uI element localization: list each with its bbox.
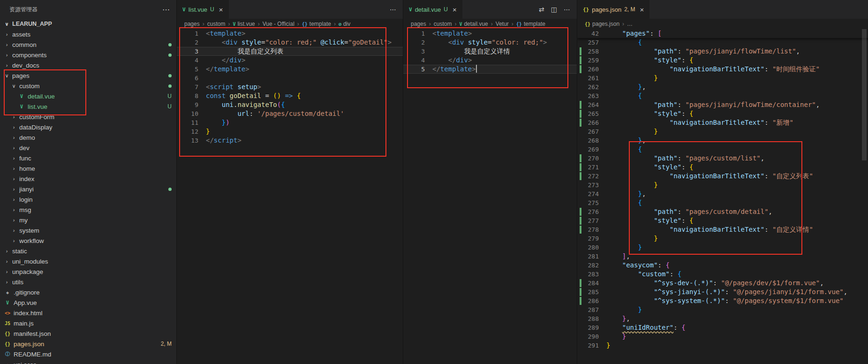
line-number: 13 bbox=[177, 136, 206, 145]
tab-detail-vue[interactable]: Vdetail.vueU× bbox=[403, 0, 462, 19]
tree-folder-login[interactable]: ›login bbox=[0, 194, 176, 205]
tree-root-folder[interactable]: ∨ LEARUN_APP bbox=[0, 19, 176, 29]
git-added-gutter-bar bbox=[580, 208, 581, 216]
tree-folder-customform[interactable]: ›customForm bbox=[0, 112, 176, 122]
tree-file-pages-json[interactable]: {}pages.json2, M bbox=[0, 339, 176, 349]
tab-label: pages.json bbox=[592, 6, 621, 13]
tree-folder-utils[interactable]: ›utils bbox=[0, 277, 176, 287]
tree-folder-custom[interactable]: ∨custom bbox=[0, 81, 176, 91]
breadcrumb-item-list-vue[interactable]: Vlist.vue bbox=[233, 21, 255, 27]
tree-file-readme-md[interactable]: ⓘREADME.md bbox=[0, 349, 176, 359]
breadcrumb-item-vetur[interactable]: Vetur bbox=[496, 21, 509, 27]
code-line-278: 278 "navigationBarTitleText": "自定义详情" bbox=[577, 225, 868, 234]
git-changes-dot bbox=[168, 84, 172, 88]
tree-folder-assets[interactable]: ›assets bbox=[0, 29, 176, 39]
tree-item-label: my bbox=[19, 217, 172, 224]
close-icon[interactable]: × bbox=[219, 6, 223, 13]
tree-folder-uni-modules[interactable]: ›uni_modules bbox=[0, 256, 176, 266]
breadcrumb-label: Vetur bbox=[496, 21, 509, 27]
close-icon[interactable]: × bbox=[453, 6, 457, 13]
breadcrumb-label: div bbox=[343, 21, 350, 27]
tree-file-gitignore[interactable]: ◆.gitignore bbox=[0, 287, 176, 297]
tab-pages-json[interactable]: {}pages.json2, M× bbox=[577, 0, 649, 19]
breadcrumb-separator: › bbox=[258, 21, 260, 27]
tree-item-label: jianyi bbox=[19, 186, 166, 193]
tree-folder-my[interactable]: ›my bbox=[0, 215, 176, 225]
tree-folder-pages[interactable]: ∨pages bbox=[0, 70, 176, 81]
tree-folder-jianyi[interactable]: ›jianyi bbox=[0, 184, 176, 194]
vue-icon: V bbox=[459, 22, 462, 27]
tree-folder-system[interactable]: ›system bbox=[0, 225, 176, 235]
tree-file-list-vue[interactable]: Vlist.vueU bbox=[0, 101, 176, 112]
chevron-right-icon: › bbox=[11, 186, 17, 192]
tree-file-main-js[interactable]: JSmain.js bbox=[0, 318, 176, 328]
tree-file-uni-scss[interactable]: ◈uni.scss bbox=[0, 359, 176, 364]
breadcrumb-item-template[interactable]: {}template bbox=[516, 21, 545, 27]
tree-folder-workflow[interactable]: ›workflow bbox=[0, 235, 176, 246]
tree-folder-demo[interactable]: ›demo bbox=[0, 132, 176, 143]
breadcrumb-item-pages[interactable]: pages bbox=[184, 21, 200, 27]
line-number: 263 bbox=[577, 91, 606, 100]
code-line-277: 277 "style": { bbox=[577, 216, 868, 225]
breadcrumb-item-custom[interactable]: custom bbox=[434, 21, 452, 27]
tree-folder-dev[interactable]: ›dev bbox=[0, 143, 176, 153]
code-line-286: 286 "^sys-system-(.*)": "@/pages/system/… bbox=[577, 296, 868, 305]
breadcrumb-item-template[interactable]: {}template bbox=[302, 21, 331, 27]
close-icon[interactable]: × bbox=[640, 6, 644, 13]
code-editor[interactable]: 1<template>2 <div style="color: red;" @c… bbox=[177, 29, 403, 364]
tree-folder-static[interactable]: ›static bbox=[0, 246, 176, 256]
code-line-276: 276 "path": "pages/custom/detail", bbox=[577, 207, 868, 216]
line-number: 4 bbox=[403, 56, 432, 65]
git-added-gutter-bar bbox=[580, 297, 581, 305]
tree-file-detail-vue[interactable]: Vdetail.vueU bbox=[0, 91, 176, 101]
tree-file-index-html[interactable]: <>index.html bbox=[0, 308, 176, 318]
tree-folder-unpackage[interactable]: ›unpackage bbox=[0, 266, 176, 277]
open-changes-icon[interactable]: ⇄ bbox=[539, 6, 544, 13]
tree-folder-components[interactable]: ›components bbox=[0, 50, 176, 60]
tree-folder-datadisplay[interactable]: ›dataDisplay bbox=[0, 122, 176, 132]
more-actions-icon[interactable]: ⋯ bbox=[390, 6, 396, 13]
code-text: } bbox=[206, 127, 210, 136]
tree-file-manifest-json[interactable]: {}manifest.json bbox=[0, 328, 176, 339]
tree-folder-dev-docs[interactable]: ›dev_docs bbox=[0, 60, 176, 70]
explorer-more-actions-icon[interactable]: ⋯ bbox=[162, 5, 170, 14]
json-file-icon: {} bbox=[583, 7, 589, 13]
code-editor[interactable]: 42 "pages": [257 {258 "path": "pages/jia… bbox=[577, 29, 868, 364]
tree-file-app-vue[interactable]: VApp.vue bbox=[0, 297, 176, 308]
tree-folder-common[interactable]: ›common bbox=[0, 39, 176, 50]
tree-folder-index[interactable]: ›index bbox=[0, 174, 176, 184]
code-line-285: 285 "^sys-jianyi-(.*)": "@/pages/jianyi/… bbox=[577, 288, 868, 296]
tab-bar: {}pages.json2, M× bbox=[577, 0, 868, 19]
tree-folder-func[interactable]: ›func bbox=[0, 153, 176, 163]
tree-folder-home[interactable]: ›home bbox=[0, 163, 176, 174]
tree-folder-msg[interactable]: ›msg bbox=[0, 205, 176, 215]
gitignore-icon: ◆ bbox=[4, 290, 11, 295]
chevron-right-icon: › bbox=[11, 217, 17, 223]
tab-list-vue[interactable]: Vlist.vueU× bbox=[177, 0, 229, 19]
code-line-4: 4 </div> bbox=[177, 56, 403, 65]
line-number: 11 bbox=[177, 118, 206, 127]
code-line-267: 267 } bbox=[577, 127, 868, 136]
code-text: </div> bbox=[206, 56, 245, 65]
breadcrumb-item-pages-json[interactable]: {}pages.json bbox=[585, 21, 619, 27]
breadcrumb-item-custom[interactable]: custom bbox=[207, 21, 226, 27]
code-text: }) bbox=[206, 118, 230, 127]
breadcrumb-item-div[interactable]: ⊘div bbox=[339, 21, 350, 27]
tree-item-label: index bbox=[19, 175, 172, 182]
git-added-gutter-bar bbox=[580, 47, 581, 55]
breadcrumb-separator: › bbox=[334, 21, 336, 27]
breadcrumb-item-vue-official[interactable]: Vue - Official bbox=[263, 21, 294, 27]
tree-item-label: dev bbox=[19, 144, 172, 152]
breadcrumb-item-[interactable]: … bbox=[627, 21, 633, 27]
code-editor[interactable]: 1<template>2 <div style="color: red;">3 … bbox=[403, 29, 577, 364]
chevron-right-icon: › bbox=[4, 248, 10, 254]
more-actions-icon[interactable]: ⋯ bbox=[564, 6, 570, 13]
breadcrumb-item-pages[interactable]: pages bbox=[411, 21, 426, 27]
git-added-gutter-bar bbox=[580, 101, 581, 109]
chevron-right-icon: › bbox=[4, 31, 10, 37]
breadcrumb-item-detail-vue[interactable]: Vdetail.vue bbox=[459, 21, 488, 27]
scrollbar[interactable] bbox=[862, 29, 867, 160]
chevron-right-icon: › bbox=[4, 62, 10, 68]
split-editor-icon[interactable]: ◫ bbox=[551, 6, 557, 13]
code-text: } bbox=[606, 341, 610, 350]
